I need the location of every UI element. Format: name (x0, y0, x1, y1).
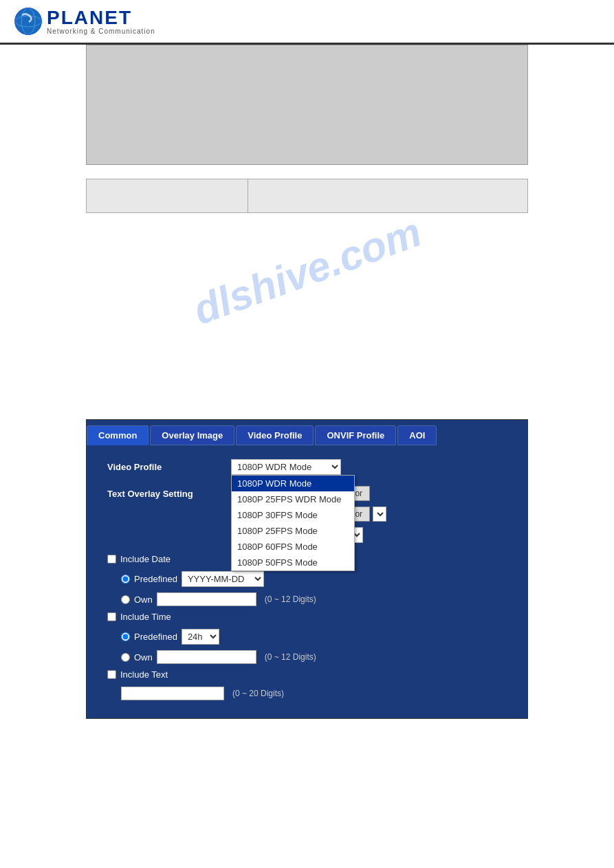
predefined-time-row: Predefined 24h 12h (121, 629, 507, 645)
watermark-text: dlshive.com (187, 208, 427, 334)
tab-common[interactable]: Common (87, 425, 149, 445)
video-profile-row: Video Profile 1080P WDR Mode 1080P 25FPS… (107, 459, 507, 475)
header: PLANET Networking & Communication (0, 0, 614, 45)
tab-aoi[interactable]: AOI (397, 425, 437, 445)
own-time-radio[interactable] (121, 653, 130, 662)
control-left (87, 179, 248, 212)
video-profile-dropdown-menu: 1080P WDR Mode 1080P 25FPS WDR Mode 1080… (231, 475, 355, 571)
logo-subtitle-label: Networking & Communication (47, 27, 155, 35)
text-overlay-label: Text Overlay Setting (107, 486, 231, 499)
overlay-extra-select[interactable] (373, 507, 386, 522)
include-time-checkbox[interactable] (107, 612, 116, 621)
video-profile-select[interactable]: 1080P WDR Mode 1080P 25FPS WDR Mode 1080… (231, 459, 341, 475)
predefined-time-select[interactable]: 24h 12h (182, 629, 219, 645)
logo-text: PLANET Networking & Communication (47, 8, 155, 35)
include-text-input[interactable] (121, 687, 224, 700)
own-date-hint: (0 ~ 12 Digits) (265, 594, 316, 604)
include-text-hint: (0 ~ 20 Digits) (232, 689, 284, 698)
dropdown-option-1080p-30fps[interactable]: 1080P 30FPS Mode (232, 507, 354, 523)
own-time-row: Own %H:%M:%S (0 ~ 12 Digits) (121, 650, 507, 664)
own-time-label: Own (134, 652, 153, 663)
own-time-input[interactable]: %H:%M:%S (157, 650, 256, 664)
logo-globe-icon (14, 7, 43, 36)
include-time-label: Include Time (120, 612, 171, 622)
control-bar (86, 179, 528, 213)
own-date-label: Own (134, 594, 153, 605)
include-text-row: Include Text (107, 669, 507, 680)
logo-planet-label: PLANET (47, 8, 155, 27)
tab-onvif-profile[interactable]: ONVIF Profile (315, 425, 396, 445)
predefined-date-select[interactable]: YYYY-MM-DD MM-DD-YYYY DD-MM-YYYY (182, 571, 264, 587)
logo-area: PLANET Networking & Communication (14, 7, 155, 36)
predefined-time-label: Predefined (134, 632, 177, 642)
include-text-checkbox[interactable] (107, 670, 116, 679)
video-profile-dropdown-container: 1080P WDR Mode 1080P 25FPS WDR Mode 1080… (231, 459, 341, 475)
dropdown-option-1080p-25fps-wdr[interactable]: 1080P 25FPS WDR Mode (232, 491, 354, 507)
tabs-bar: Common Overlay Image Video Profile ONVIF… (87, 420, 527, 445)
video-display (86, 45, 528, 165)
dropdown-option-1080p-25fps[interactable]: 1080P 25FPS Mode (232, 523, 354, 539)
include-time-row: Include Time (107, 612, 507, 622)
predefined-date-row: Predefined YYYY-MM-DD MM-DD-YYYY DD-MM-Y… (121, 571, 507, 587)
own-time-hint: (0 ~ 12 Digits) (265, 652, 316, 662)
predefined-date-label: Predefined (134, 574, 177, 584)
predefined-date-radio[interactable] (121, 575, 130, 583)
include-text-section: Include Text (0 ~ 20 Digits) (107, 669, 507, 700)
dropdown-option-1080p-60fps[interactable]: 1080P 60FPS Mode (232, 539, 354, 555)
include-text-label: Include Text (120, 669, 168, 680)
main-content: Common Overlay Image Video Profile ONVIF… (86, 419, 528, 719)
dropdown-option-1080p-wdr[interactable]: 1080P WDR Mode (232, 476, 354, 491)
own-date-radio[interactable] (121, 595, 130, 604)
include-date-label: Include Date (120, 554, 171, 564)
video-profile-label: Video Profile (107, 459, 231, 472)
watermark-container: dlshive.com (0, 213, 614, 419)
video-profile-control: 1080P WDR Mode 1080P 25FPS WDR Mode 1080… (231, 459, 507, 475)
form-area: Video Profile 1080P WDR Mode 1080P 25FPS… (87, 445, 527, 718)
include-time-section: Include Time Predefined 24h 12h Own %H:%… (107, 612, 507, 664)
include-date-checkbox[interactable] (107, 555, 116, 564)
tab-video-profile[interactable]: Video Profile (236, 425, 314, 445)
tab-overlay-image[interactable]: Overlay Image (150, 425, 234, 445)
predefined-time-radio[interactable] (121, 632, 130, 641)
control-right (248, 179, 527, 212)
own-date-input[interactable]: %Y-%m-%d (157, 592, 256, 606)
own-date-row: Own %Y-%m-%d (0 ~ 12 Digits) (121, 592, 507, 606)
dropdown-option-1080p-50fps[interactable]: 1080P 50FPS Mode (232, 555, 354, 570)
